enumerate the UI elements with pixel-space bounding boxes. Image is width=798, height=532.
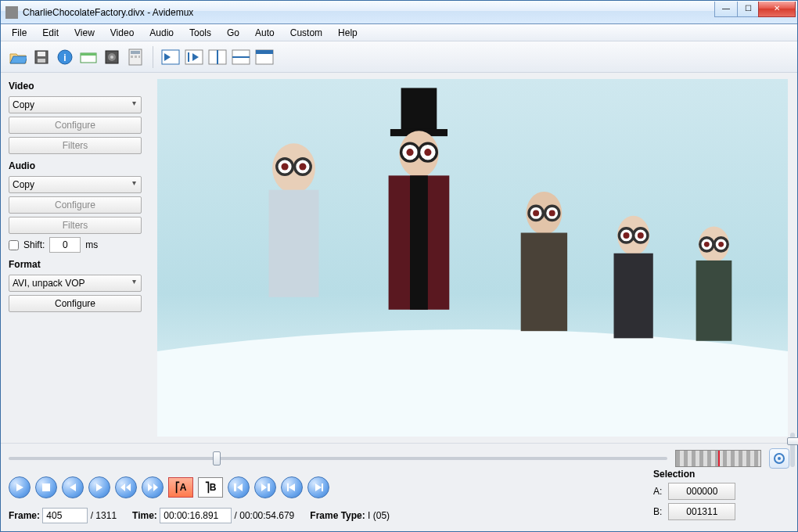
selection-b-value[interactable]: 001311 [668, 503, 735, 520]
first-frame-button[interactable] [281, 476, 303, 498]
video-preview [157, 79, 788, 437]
svg-rect-1 [38, 52, 45, 56]
stop-button[interactable] [35, 476, 57, 498]
svg-point-51 [624, 232, 630, 239]
open-icon[interactable] [7, 46, 29, 68]
svg-marker-62 [16, 483, 23, 491]
set-marker-a-button[interactable]: ⎡A [168, 477, 193, 498]
svg-rect-75 [287, 483, 289, 491]
audio-configure-button[interactable]: Configure [9, 196, 142, 214]
svg-rect-28 [269, 190, 319, 297]
horizontal-view-icon[interactable] [230, 46, 252, 68]
video-codec-select[interactable]: Copy [9, 96, 142, 113]
play-range-icon[interactable] [183, 46, 205, 68]
menu-audio[interactable]: Audio [142, 25, 182, 41]
menu-bar: File Edit View Video Audio Tools Go Auto… [1, 24, 797, 41]
info-icon[interactable]: i [54, 46, 76, 68]
svg-rect-25 [256, 50, 273, 54]
svg-text:i: i [63, 52, 66, 63]
bottom-panel: ⎡A ⎤B Frame: / 1311 Time: / 00:00:54.679… [1, 443, 797, 531]
video-filters-button[interactable]: Filters [9, 137, 142, 154]
svg-marker-76 [315, 483, 322, 491]
audio-shift-value[interactable] [49, 237, 81, 253]
menu-tools[interactable]: Tools [182, 25, 219, 41]
svg-rect-12 [131, 56, 133, 58]
svg-marker-64 [70, 483, 76, 491]
svg-point-53 [638, 232, 644, 239]
selection-b-label: B: [653, 506, 662, 517]
frame-input[interactable] [42, 508, 88, 523]
timeline-scrubber[interactable] [9, 448, 667, 469]
format-configure-button[interactable]: Configure [9, 295, 142, 312]
prev-keyframe-button[interactable] [115, 476, 137, 498]
sidebar: Video Copy Configure Filters Audio Copy … [1, 73, 157, 443]
svg-rect-11 [131, 51, 140, 54]
toolbar-separator [153, 46, 153, 68]
svg-rect-63 [42, 483, 50, 491]
svg-rect-70 [234, 483, 236, 491]
svg-rect-33 [401, 88, 437, 131]
svg-rect-13 [135, 56, 137, 58]
svg-marker-74 [289, 483, 295, 491]
svg-marker-69 [153, 483, 158, 491]
svg-point-59 [718, 242, 724, 247]
volume-slider[interactable] [790, 433, 795, 467]
jog-wheel[interactable] [675, 450, 761, 467]
play-button[interactable] [9, 476, 31, 498]
play-marker-icon[interactable] [160, 46, 182, 68]
video-configure-button[interactable]: Configure [9, 117, 142, 134]
append-icon[interactable] [77, 46, 99, 68]
prev-black-button[interactable] [228, 476, 250, 498]
next-black-button[interactable] [254, 476, 276, 498]
split-view-icon[interactable] [207, 46, 228, 68]
selection-label: Selection [653, 469, 786, 480]
prev-frame-button[interactable] [62, 476, 84, 498]
svg-point-45 [533, 210, 539, 216]
frametype-label: Frame Type: [310, 510, 365, 521]
svg-rect-55 [696, 261, 732, 341]
audio-codec-select[interactable]: Copy [9, 176, 142, 193]
jog-reset-button[interactable] [769, 448, 789, 469]
menu-file[interactable]: File [4, 25, 34, 41]
svg-rect-77 [322, 483, 323, 491]
svg-point-57 [704, 242, 710, 247]
svg-rect-72 [268, 483, 270, 491]
next-frame-button[interactable] [88, 476, 110, 498]
svg-rect-49 [614, 253, 653, 339]
last-frame-button[interactable] [307, 476, 329, 498]
svg-marker-73 [261, 483, 267, 491]
svg-marker-68 [148, 483, 153, 491]
audio-shift-unit: ms [85, 239, 98, 250]
close-button[interactable]: ✕ [758, 2, 796, 17]
menu-edit[interactable]: Edit [34, 25, 66, 41]
minimize-button[interactable]: — [714, 2, 738, 17]
frame-total: / 1311 [91, 510, 117, 521]
audio-filters-button[interactable]: Filters [9, 217, 142, 234]
time-total: / 00:00:54.679 [235, 510, 295, 521]
save-video-icon[interactable] [101, 46, 123, 68]
time-label: Time: [132, 510, 157, 521]
calculator-icon[interactable] [124, 46, 146, 68]
svg-rect-2 [38, 59, 45, 63]
window-title: CharlieChocolateFactory.divx - Avidemux [23, 7, 715, 18]
selection-a-value[interactable]: 000000 [668, 483, 735, 500]
audio-shift-checkbox[interactable] [9, 240, 19, 250]
svg-rect-14 [138, 56, 140, 58]
menu-go[interactable]: Go [219, 25, 247, 41]
maximize-button[interactable]: ☐ [737, 2, 759, 17]
svg-point-9 [110, 56, 113, 59]
next-keyframe-button[interactable] [142, 476, 164, 498]
set-marker-b-button[interactable]: ⎤B [198, 477, 223, 498]
format-container-select[interactable]: AVI, unpack VOP [9, 275, 142, 292]
format-section-label: Format [9, 259, 149, 270]
menu-custom[interactable]: Custom [282, 25, 330, 41]
menu-auto[interactable]: Auto [247, 25, 282, 41]
svg-point-61 [778, 457, 781, 460]
titlebar: CharlieChocolateFactory.divx - Avidemux … [1, 1, 797, 24]
menu-video[interactable]: Video [102, 25, 142, 41]
time-input[interactable] [160, 508, 232, 523]
save-icon[interactable] [31, 46, 52, 68]
menu-view[interactable]: View [66, 25, 102, 41]
window-view-icon[interactable] [253, 46, 275, 68]
menu-help[interactable]: Help [330, 25, 365, 41]
